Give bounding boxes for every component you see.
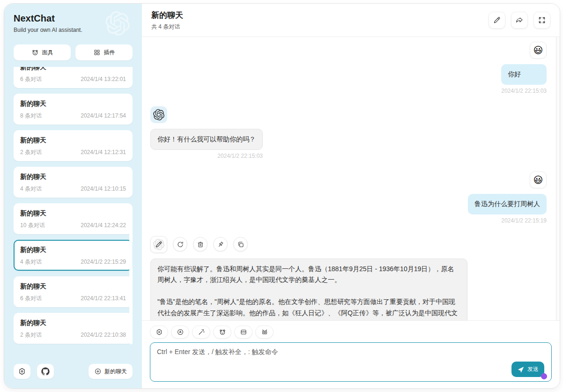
fullscreen-icon <box>538 16 546 24</box>
session-time: 2024/1/4 12:24:22 <box>81 222 126 229</box>
composer: 发送 <box>142 320 560 388</box>
masks-toolbar-button[interactable] <box>213 325 231 339</box>
plugins-button-label: 插件 <box>104 49 115 57</box>
session-item[interactable]: 新的聊天 10 条对话 2024/1/4 12:24:22 <box>14 203 133 234</box>
session-list[interactable]: 新的聊天 6 条对话 2024/1/4 13:22:01 新的聊天 8 条对话 … <box>14 67 133 359</box>
composer-toolbar <box>150 325 552 339</box>
nextchat-window: NextChat Build your own AI assistant. 面具… <box>4 3 560 389</box>
pin-button[interactable] <box>213 237 228 251</box>
chat-header: 新的聊天 共 4 条对话 <box>142 4 560 37</box>
session-time: 2024/1/2 22:10:38 <box>81 332 126 338</box>
message-text[interactable]: 你可能有些误解了。鲁迅和周树人其实是同一个人。鲁迅（1881年9月25日 - 1… <box>150 259 467 320</box>
session-time: 2024/1/4 12:12:31 <box>81 149 126 155</box>
session-message-count: 2 条对话 <box>20 332 42 338</box>
extension-dot <box>541 373 547 379</box>
user-message: 😃 你好 2024/1/2 22:15:03 <box>150 42 547 94</box>
session-title: 新的聊天 <box>20 136 126 144</box>
fullscreen-button[interactable] <box>533 12 550 29</box>
share-icon <box>515 16 524 24</box>
paper-plane-icon <box>517 366 525 373</box>
copy-icon <box>237 241 244 248</box>
session-title: 新的聊天 <box>20 282 126 290</box>
chat-input[interactable] <box>150 342 552 382</box>
sidebar-scrollbar-thumb[interactable] <box>129 208 133 344</box>
session-time: 2024/1/4 12:17:54 <box>81 112 126 119</box>
session-message-count: 2 条对话 <box>20 149 42 155</box>
send-button[interactable]: 发送 <box>511 362 544 377</box>
theme-toggle-button[interactable] <box>171 325 189 339</box>
settings-gear-icon <box>18 367 26 376</box>
clear-context-button[interactable] <box>234 325 252 339</box>
message-text[interactable]: 鲁迅为什么要打周树人 <box>468 194 547 214</box>
share-button[interactable] <box>511 12 528 29</box>
new-chat-button[interactable]: 新的聊天 <box>89 364 133 379</box>
message-text[interactable]: 你好 <box>501 64 547 85</box>
session-title: 新的聊天 <box>20 318 126 327</box>
sidebar-footer: 新的聊天 <box>14 364 133 379</box>
masks-button[interactable]: 面具 <box>14 44 71 60</box>
session-title: 新的聊天 <box>20 209 126 217</box>
chat-panel: 新的聊天 共 4 条对话 😃 你好 2024/1/2 22:15:03 <box>142 4 560 388</box>
user-avatar: 😃 <box>530 171 547 188</box>
chat-scrollbar[interactable] <box>556 37 560 320</box>
magic-wand-icon <box>198 328 205 336</box>
delete-icon <box>197 241 204 248</box>
chat-title[interactable]: 新的聊天 <box>151 10 183 21</box>
edit-message-button[interactable] <box>150 236 167 253</box>
session-item[interactable]: 新的聊天 6 条对话 2024/1/4 13:22:01 <box>14 67 133 88</box>
refresh-icon <box>177 241 184 248</box>
github-icon <box>41 367 50 376</box>
send-button-label: 发送 <box>527 365 539 373</box>
mask-icon <box>31 49 39 56</box>
session-message-count: 4 条对话 <box>20 185 42 192</box>
message-time: 2024/1/2 22:15:03 <box>217 153 263 159</box>
session-time: 2024/1/4 12:10:15 <box>81 185 126 192</box>
user-message: 😃 鲁迅为什么要打周树人 2024/1/2 22:15:19 <box>150 171 547 224</box>
message-time: 2024/1/2 22:15:19 <box>501 217 547 224</box>
new-chat-label: 新的聊天 <box>104 368 127 376</box>
sidebar-header: NextChat Build your own AI assistant. <box>14 13 133 33</box>
model-select-button[interactable] <box>255 325 274 339</box>
theme-auto-icon <box>177 328 184 336</box>
plugins-button[interactable]: 插件 <box>75 44 133 60</box>
session-message-count: 6 条对话 <box>20 295 42 302</box>
openai-logo-watermark <box>105 11 130 36</box>
session-message-count: 4 条对话 <box>20 259 42 265</box>
settings-button[interactable] <box>14 364 30 379</box>
plus-circle-icon <box>94 368 102 375</box>
github-button[interactable] <box>37 364 54 379</box>
assistant-avatar <box>150 106 167 123</box>
session-time: 2024/1/4 13:22:01 <box>81 76 126 82</box>
assistant-message: 你好！有什么我可以帮助你的吗？ 2024/1/2 22:15:03 <box>150 106 547 160</box>
retry-button[interactable] <box>173 237 187 251</box>
session-item[interactable]: 新的聊天 4 条对话 2024/1/2 22:15:29 <box>14 240 133 271</box>
session-time: 2024/1/2 22:15:29 <box>81 259 126 265</box>
session-title: 新的聊天 <box>20 172 126 181</box>
session-item[interactable]: 新的聊天 2 条对话 2024/1/4 12:12:31 <box>14 130 133 161</box>
session-message-count: 6 条对话 <box>20 76 42 82</box>
session-message-count: 10 条对话 <box>20 222 45 229</box>
prompt-button[interactable] <box>192 325 210 339</box>
message-actions <box>150 236 248 253</box>
chat-settings-button[interactable] <box>150 325 168 339</box>
clear-context-icon <box>240 328 247 336</box>
delete-button[interactable] <box>193 237 207 251</box>
session-title: 新的聊天 <box>20 99 126 108</box>
copy-button[interactable] <box>233 237 248 251</box>
session-item[interactable]: 新的聊天 2 条对话 2024/1/2 22:10:38 <box>14 313 133 344</box>
rename-chat-button[interactable] <box>489 12 505 29</box>
robot-model-icon <box>261 328 268 336</box>
rename-icon <box>493 16 501 24</box>
message-text[interactable]: 你好！有什么我可以帮助你的吗？ <box>150 129 263 150</box>
session-message-count: 8 条对话 <box>20 112 42 119</box>
message-time: 2024/1/2 22:15:03 <box>501 88 547 94</box>
chat-body[interactable]: 😃 你好 2024/1/2 22:15:03 <box>142 37 560 320</box>
plugin-grid-icon <box>93 49 101 56</box>
session-item[interactable]: 新的聊天 8 条对话 2024/1/4 12:17:54 <box>14 94 133 125</box>
chat-subtitle: 共 4 条对话 <box>151 23 183 31</box>
session-item[interactable]: 新的聊天 4 条对话 2024/1/4 12:10:15 <box>14 167 133 198</box>
mask-icon <box>219 328 226 336</box>
masks-button-label: 面具 <box>42 49 53 57</box>
session-item[interactable]: 新的聊天 6 条对话 2024/1/2 22:13:41 <box>14 276 133 307</box>
session-title: 新的聊天 <box>20 67 126 71</box>
